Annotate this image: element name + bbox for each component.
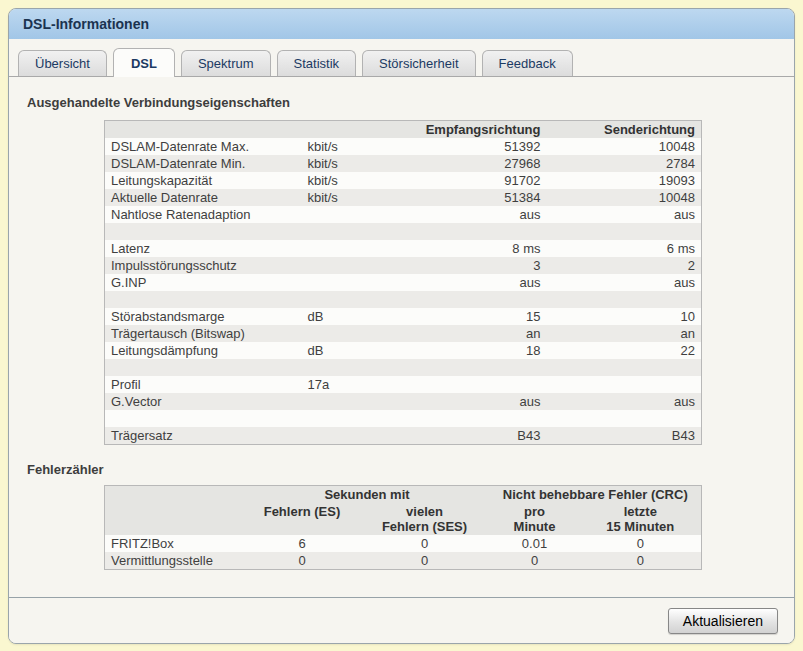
table-cell — [302, 325, 397, 342]
tab-stoersicherheit[interactable]: Störsicherheit — [362, 50, 475, 76]
table-row: Nahtlose Ratenadaptionausaus — [105, 206, 702, 223]
table-cell — [302, 240, 397, 257]
table-cell: kbit/s — [302, 189, 397, 206]
table-cell: aus — [547, 393, 702, 410]
table-cell: Vermittlungsstelle — [105, 552, 245, 570]
table-cell: aus — [397, 274, 547, 291]
table-cell: DSLAM-Datenrate Min. — [105, 155, 302, 172]
table-cell: 91702 — [397, 172, 547, 189]
table-cell: an — [397, 325, 547, 342]
tab-label: Statistik — [294, 56, 340, 71]
tab-label: Störsicherheit — [379, 56, 458, 71]
tab-spektrum[interactable]: Spektrum — [181, 50, 271, 76]
table-cell — [302, 291, 397, 308]
table-cell: aus — [547, 274, 702, 291]
table-cell: 0 — [360, 535, 490, 552]
tab-label: DSL — [131, 56, 157, 71]
tab-label: Übersicht — [35, 56, 90, 71]
table-row — [105, 359, 702, 376]
table-row: DSLAM-Datenrate Max.kbit/s5139210048 — [105, 138, 702, 155]
table-cell — [547, 291, 702, 308]
table-cell: G.Vector — [105, 393, 302, 410]
table-row: Impulsstörungsschutz32 — [105, 257, 702, 274]
table-cell: dB — [302, 308, 397, 325]
table-cell: Leitungsdämpfung — [105, 342, 302, 359]
table-cell: kbit/s — [302, 155, 397, 172]
tab-content-dsl: Ausgehandelte Verbindungseigenschaften E… — [9, 77, 794, 570]
table-cell: FRITZ!Box — [105, 535, 245, 552]
table-cell: 19093 — [547, 172, 702, 189]
tab-uebersicht[interactable]: Übersicht — [18, 50, 107, 76]
table-cell: 15 — [397, 308, 547, 325]
section-heading-connection: Ausgehandelte Verbindungseigenschaften — [27, 95, 794, 110]
table-cell — [302, 257, 397, 274]
table-row: G.Vectorausaus — [105, 393, 702, 410]
table-cell: 6 — [245, 535, 360, 552]
table-cell: B43 — [397, 427, 547, 445]
section-heading-errors: Fehlerzähler — [27, 462, 794, 477]
table-row: Profil17a — [105, 376, 702, 393]
table-cell: Trägersatz — [105, 427, 302, 445]
table-cell: 17a — [302, 376, 397, 393]
table-cell — [547, 376, 702, 393]
table-cell: kbit/s — [302, 172, 397, 189]
table-cell: G.INP — [105, 274, 302, 291]
table-cell — [302, 274, 397, 291]
header-cell-last-15: letzte 15 Minuten — [580, 503, 702, 535]
table-cell: B43 — [547, 427, 702, 445]
page-title: DSL-Informationen — [23, 16, 149, 32]
table-cell: 3 — [397, 257, 547, 274]
table-cell — [302, 410, 397, 427]
table-cell: Profil — [105, 376, 302, 393]
table-cell — [302, 393, 397, 410]
header-cell-es: Fehlern (ES) — [245, 503, 360, 535]
table-cell: aus — [547, 206, 702, 223]
table-cell — [547, 410, 702, 427]
table-cell — [397, 359, 547, 376]
table-cell — [397, 223, 547, 240]
table-header-row: Empfangsrichtung Senderichtung — [105, 121, 702, 139]
table-cell: 51384 — [397, 189, 547, 206]
table-cell: 27968 — [397, 155, 547, 172]
table-cell — [105, 223, 302, 240]
table-cell — [105, 359, 302, 376]
table-cell: 8 ms — [397, 240, 547, 257]
table-cell — [302, 223, 397, 240]
header-cell-empty — [105, 503, 245, 535]
header-group-seconds: Sekunden mit — [245, 486, 490, 504]
header-group-crc: Nicht behebbare Fehler (CRC) — [490, 486, 702, 504]
table-row — [105, 410, 702, 427]
footer-bar: Aktualisieren — [9, 597, 794, 643]
table-row: StörabstandsmargedB1510 — [105, 308, 702, 325]
tab-feedback[interactable]: Feedback — [482, 50, 573, 76]
table-cell: kbit/s — [302, 138, 397, 155]
table-cell: 10048 — [547, 189, 702, 206]
header-cell-upstream: Senderichtung — [547, 121, 702, 139]
table-group-header-row: Sekunden mit Nicht behebbare Fehler (CRC… — [105, 486, 702, 504]
table-cell: Nahtlose Ratenadaption — [105, 206, 302, 223]
table-row: G.INPausaus — [105, 274, 702, 291]
table-cell: Leitungskapazität — [105, 172, 302, 189]
table-cell — [397, 291, 547, 308]
table-cell: dB — [302, 342, 397, 359]
table-row: Leitungskapazitätkbit/s9170219093 — [105, 172, 702, 189]
refresh-button[interactable]: Aktualisieren — [668, 608, 778, 634]
table-cell: an — [547, 325, 702, 342]
tab-dsl[interactable]: DSL — [113, 48, 175, 77]
table-cell — [302, 359, 397, 376]
table-row: DSLAM-Datenrate Min.kbit/s279682784 — [105, 155, 702, 172]
table-cell — [302, 206, 397, 223]
table-cell: DSLAM-Datenrate Max. — [105, 138, 302, 155]
table-cell: aus — [397, 393, 547, 410]
table-cell — [547, 359, 702, 376]
table-row — [105, 291, 702, 308]
table-cell: Latenz — [105, 240, 302, 257]
table-cell: 10 — [547, 308, 702, 325]
table-cell: 51392 — [397, 138, 547, 155]
tab-statistik[interactable]: Statistik — [277, 50, 357, 76]
table-row: Trägertausch (Bitswap)anan — [105, 325, 702, 342]
window-titlebar: DSL-Informationen — [9, 9, 794, 40]
dsl-information-window: DSL-Informationen Übersicht DSL Spektrum… — [8, 8, 795, 644]
table-cell: Impulsstörungsschutz — [105, 257, 302, 274]
table-row: LeitungsdämpfungdB1822 — [105, 342, 702, 359]
